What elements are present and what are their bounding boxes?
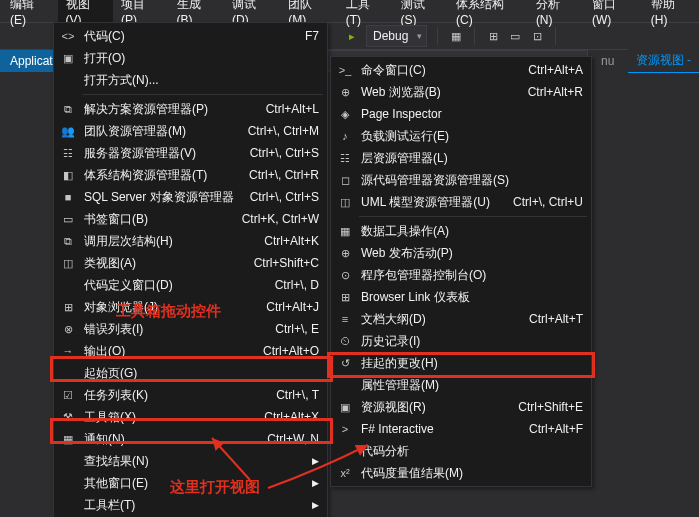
view-menu-item-9[interactable]: ▭书签窗口(B)Ctrl+K, Ctrl+W	[54, 208, 327, 230]
view-menu-item-1[interactable]: ▣打开(O)	[54, 47, 327, 69]
toolbar-icon-2[interactable]: ⊞	[485, 28, 501, 44]
otherwin-item-6-label: UML 模型资源管理器(U)	[355, 194, 505, 211]
view-menu-item-5[interactable]: 👥团队资源管理器(M)Ctrl+\, Ctrl+M	[54, 120, 327, 142]
view-menu-item-12[interactable]: 代码定义窗口(D)Ctrl+\, D	[54, 274, 327, 296]
view-menu-item-18[interactable]: ⚒工具箱(X)Ctrl+Alt+X	[54, 406, 327, 428]
view-menu-item-13-icon: ⊞	[58, 299, 78, 315]
otherwin-item-6[interactable]: ◫UML 模型资源管理器(U)Ctrl+\, Ctrl+U	[331, 191, 591, 213]
otherwin-item-13-label: 历史记录(I)	[355, 333, 583, 350]
menu-window[interactable]: 窗口(W)	[584, 0, 643, 29]
otherwin-item-6-shortcut: Ctrl+\, Ctrl+U	[505, 195, 583, 209]
toolbar-icon-4[interactable]: ⊡	[529, 28, 545, 44]
view-menu-item-12-shortcut: Ctrl+\, D	[267, 278, 319, 292]
otherwin-item-6-icon: ◫	[335, 194, 355, 210]
otherwin-item-12-label: 文档大纲(D)	[355, 311, 521, 328]
menubar: 编辑(E) 视图(V) 项目(P) 生成(B) 调试(D) 团队(M) 工具(T…	[0, 0, 699, 22]
otherwin-item-17-label: F# Interactive	[355, 422, 521, 436]
config-combo[interactable]: Debug	[366, 25, 427, 47]
otherwin-item-16-icon: ▣	[335, 399, 355, 415]
view-menu-item-10-icon: ⧉	[58, 233, 78, 249]
otherwin-item-11[interactable]: ⊞Browser Link 仪表板	[331, 286, 591, 308]
view-menu-item-6-icon: ☷	[58, 145, 78, 161]
toolbar-icon-3[interactable]: ▭	[507, 28, 523, 44]
otherwin-item-15[interactable]: 属性管理器(M)	[331, 374, 591, 396]
view-menu-item-9-icon: ▭	[58, 211, 78, 227]
menu-help[interactable]: 帮助(H)	[643, 0, 699, 29]
view-menu-item-15-icon: →	[58, 343, 78, 359]
view-menu-item-7-shortcut: Ctrl+\, Ctrl+R	[241, 168, 319, 182]
view-menu-item-7[interactable]: ◧体系结构资源管理器(T)Ctrl+\, Ctrl+R	[54, 164, 327, 186]
view-menu-item-5-shortcut: Ctrl+\, Ctrl+M	[240, 124, 319, 138]
view-menu-item-9-label: 书签窗口(B)	[78, 211, 234, 228]
otherwin-item-10-label: 程序包管理器控制台(O)	[355, 267, 583, 284]
view-menu-item-2-label: 打开方式(N)...	[78, 72, 319, 89]
otherwin-item-0-shortcut: Ctrl+Alt+A	[520, 63, 583, 77]
resource-view-tab[interactable]: 资源视图 -	[628, 49, 699, 73]
view-menu-item-2[interactable]: 打开方式(N)...	[54, 69, 327, 91]
otherwin-item-4-label: 层资源管理器(L)	[355, 150, 583, 167]
view-menu-item-7-label: 体系结构资源管理器(T)	[78, 167, 241, 184]
view-menu-item-22[interactable]: 工具栏(T)▶	[54, 494, 327, 516]
otherwin-item-17[interactable]: >F# InteractiveCtrl+Alt+F	[331, 418, 591, 440]
otherwin-item-10-icon: ⊙	[335, 267, 355, 283]
otherwin-item-3[interactable]: ♪负载测试运行(E)	[331, 125, 591, 147]
view-menu-item-17[interactable]: ☑任务列表(K)Ctrl+\, T	[54, 384, 327, 406]
otherwin-item-2-icon: ◈	[335, 106, 355, 122]
otherwin-item-5[interactable]: ◻源代码管理器资源管理器(S)	[331, 169, 591, 191]
menu-analyze[interactable]: 分析(N)	[528, 0, 584, 29]
view-menu-item-14-shortcut: Ctrl+\, E	[267, 322, 319, 336]
view-menu-item-10[interactable]: ⧉调用层次结构(H)Ctrl+Alt+K	[54, 230, 327, 252]
view-menu-item-0[interactable]: <>代码(C)F7	[54, 25, 327, 47]
view-menu-item-15[interactable]: →输出(O)Ctrl+Alt+O	[54, 340, 327, 362]
otherwin-item-13[interactable]: ⏲历史记录(I)	[331, 330, 591, 352]
view-menu-item-11-shortcut: Ctrl+Shift+C	[246, 256, 319, 270]
view-menu-item-14[interactable]: ⊗错误列表(I)Ctrl+\, E	[54, 318, 327, 340]
view-menu-item-1-icon: ▣	[58, 50, 78, 66]
otherwin-item-0[interactable]: >_命令窗口(C)Ctrl+Alt+A	[331, 59, 591, 81]
otherwin-item-2[interactable]: ◈Page Inspector	[331, 103, 591, 125]
view-menu-item-11[interactable]: ◫类视图(A)Ctrl+Shift+C	[54, 252, 327, 274]
otherwin-item-3-label: 负载测试运行(E)	[355, 128, 583, 145]
view-menu-item-4[interactable]: ⧉解决方案资源管理器(P)Ctrl+Alt+L	[54, 98, 327, 120]
view-menu-item-16[interactable]: 起始页(G)	[54, 362, 327, 384]
otherwin-item-19[interactable]: x²代码度量值结果(M)	[331, 462, 591, 484]
view-menu-item-20[interactable]: 查找结果(N)▶	[54, 450, 327, 472]
otherwin-item-4[interactable]: ☷层资源管理器(L)	[331, 147, 591, 169]
otherwin-item-8[interactable]: ▦数据工具操作(A)	[331, 220, 591, 242]
otherwin-item-14-label: 挂起的更改(H)	[355, 355, 583, 372]
view-menu-item-21[interactable]: 其他窗口(E)▶	[54, 472, 327, 494]
view-menu-item-8[interactable]: ■SQL Server 对象资源管理器Ctrl+\, Ctrl+S	[54, 186, 327, 208]
otherwin-item-14[interactable]: ↺挂起的更改(H)	[331, 352, 591, 374]
otherwin-item-1[interactable]: ⊕Web 浏览器(B)Ctrl+Alt+R	[331, 81, 591, 103]
play-icon[interactable]: ▸	[344, 28, 360, 44]
otherwin-item-3-icon: ♪	[335, 128, 355, 144]
view-menu-item-5-icon: 👥	[58, 123, 78, 139]
menu-edit[interactable]: 编辑(E)	[2, 0, 58, 29]
otherwin-item-18[interactable]: 代码分析	[331, 440, 591, 462]
view-menu-item-4-icon: ⧉	[58, 101, 78, 117]
otherwin-item-10[interactable]: ⊙程序包管理器控制台(O)	[331, 264, 591, 286]
view-menu-item-5-label: 团队资源管理器(M)	[78, 123, 240, 140]
view-menu-item-7-icon: ◧	[58, 167, 78, 183]
view-menu-item-8-icon: ■	[58, 189, 78, 205]
view-menu-item-9-shortcut: Ctrl+K, Ctrl+W	[234, 212, 319, 226]
view-menu-item-13[interactable]: ⊞对象浏览器(J)Ctrl+Alt+J	[54, 296, 327, 318]
toolbar-icon-1[interactable]: ▦	[448, 28, 464, 44]
view-menu-item-6-label: 服务器资源管理器(V)	[78, 145, 242, 162]
otherwin-item-12[interactable]: ≡文档大纲(D)Ctrl+Alt+T	[331, 308, 591, 330]
otherwin-item-0-label: 命令窗口(C)	[355, 62, 520, 79]
otherwin-item-15-icon	[335, 377, 355, 393]
view-menu-item-6-shortcut: Ctrl+\, Ctrl+S	[242, 146, 319, 160]
view-menu-item-16-label: 起始页(G)	[78, 365, 319, 382]
menu-arch[interactable]: 体系结构(C)	[448, 0, 528, 29]
otherwin-item-9[interactable]: ⊕Web 发布活动(P)	[331, 242, 591, 264]
view-menu-item-20-icon	[58, 453, 78, 469]
view-menu-item-0-icon: <>	[58, 28, 78, 44]
otherwin-item-16[interactable]: ▣资源视图(R)Ctrl+Shift+E	[331, 396, 591, 418]
view-menu-item-6[interactable]: ☷服务器资源管理器(V)Ctrl+\, Ctrl+S	[54, 142, 327, 164]
otherwin-item-0-icon: >_	[335, 62, 355, 78]
view-menu-item-19[interactable]: ▦通知(N)Ctrl+W, N	[54, 428, 327, 450]
tab-misc: nu	[588, 54, 628, 68]
submenu-arrow-icon: ▶	[306, 478, 319, 488]
view-menu-item-10-label: 调用层次结构(H)	[78, 233, 256, 250]
